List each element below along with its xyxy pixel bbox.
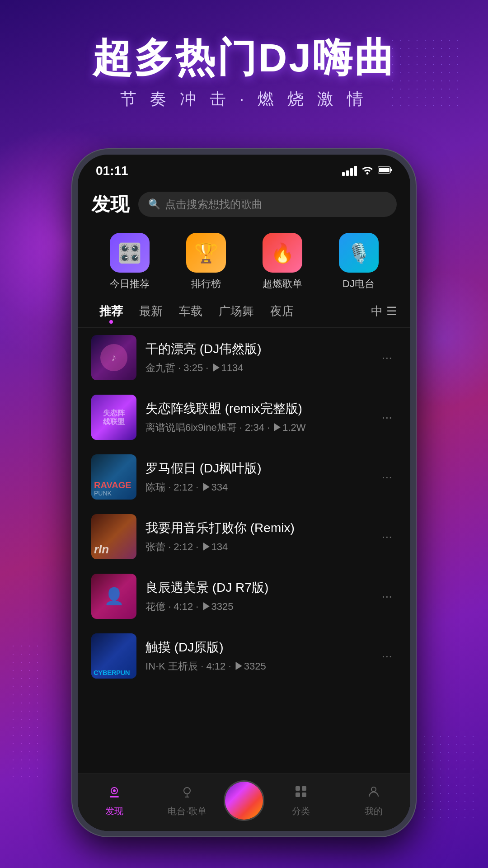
song-info-1: 干的漂亮 (DJ伟然版) 金九哲 · 3:25 · ▶1134: [145, 340, 368, 375]
nav-discover[interactable]: 发现: [78, 784, 151, 817]
category-radio-icon: 🎙️: [339, 233, 379, 273]
song-title-2: 失恋阵线联盟 (remix完整版): [145, 400, 368, 417]
song-info-2: 失恋阵线联盟 (remix完整版) 离谱说唱6ix9ine旭哥 · 2:34 ·…: [145, 400, 368, 434]
song-meta-4: 张蕾 · 2:12 · ▶134: [145, 540, 368, 554]
bg-dots-bl: [9, 642, 45, 778]
svg-rect-11: [296, 793, 300, 797]
song-item-2[interactable]: 失恋阵线联盟 失恋阵线联盟 (remix完整版) 离谱说唱6ix9ine旭哥 ·…: [78, 387, 410, 447]
nav-category-icon: [294, 784, 308, 802]
song-more-5[interactable]: ···: [377, 585, 397, 608]
category-today-label: 今日推荐: [110, 277, 150, 291]
search-bar[interactable]: 🔍 点击搜索想找的歌曲: [138, 192, 397, 217]
song-thumbnail-3: RAVAGE PUNK: [91, 454, 136, 500]
category-rank-icon: 🏆: [186, 233, 226, 273]
song-title-1: 干的漂亮 (DJ伟然版): [145, 340, 368, 358]
nav-category-label: 分类: [292, 805, 310, 817]
status-time: 01:11: [96, 164, 128, 178]
song-thumbnail-6: CYBERPUN: [91, 633, 136, 679]
nav-center-avatar: [225, 782, 263, 820]
filter-more-text: 中: [371, 303, 383, 319]
search-placeholder-text: 点击搜索想找的歌曲: [165, 197, 263, 212]
svg-rect-2: [379, 168, 389, 172]
filter-square[interactable]: 广场舞: [211, 300, 262, 323]
phone-frame: 01:11: [72, 149, 416, 836]
header-title: 超多热门DJ嗨曲: [0, 36, 488, 80]
song-info-6: 触摸 (DJ原版) IN-K 王析辰 · 4:12 · ▶3325: [145, 639, 368, 673]
nav-profile-icon: [366, 784, 381, 802]
bg-dots-br: [420, 732, 474, 823]
song-info-4: 我要用音乐打败你 (Remix) 张蕾 · 2:12 · ▶134: [145, 519, 368, 554]
category-hot-icon: 🔥: [263, 233, 302, 273]
category-today[interactable]: 🎛️ 今日推荐: [110, 233, 150, 291]
header-section: 超多热门DJ嗨曲 节 奏 冲 击 · 燃 烧 激 情: [0, 36, 488, 110]
status-icons: [342, 165, 392, 177]
phone-mockup: 01:11: [72, 149, 416, 836]
filter-row: 推荐 最新 车载 广场舞 夜店 中 ☰: [78, 295, 410, 328]
song-thumbnail-4: rIn: [91, 514, 136, 559]
song-title-3: 罗马假日 (DJ枫叶版): [145, 460, 368, 477]
svg-rect-10: [302, 786, 306, 791]
song-info-3: 罗马假日 (DJ枫叶版) 陈瑞 · 2:12 · ▶334: [145, 460, 368, 494]
category-hot-label: 超燃歌单: [263, 277, 302, 291]
song-more-2[interactable]: ···: [377, 406, 397, 429]
app-content: 发现 🔍 点击搜索想找的歌曲 🎛️ 今日推荐 🏆 排行榜 🔥: [78, 183, 410, 831]
song-item-3[interactable]: RAVAGE PUNK 罗马假日 (DJ枫叶版) 陈瑞 · 2:12 · ▶33…: [78, 447, 410, 507]
svg-point-4: [113, 789, 116, 792]
song-thumbnail-2: 失恋阵线联盟: [91, 395, 136, 440]
top-bar: 发现 🔍 点击搜索想找的歌曲: [78, 183, 410, 224]
category-rank-label: 排行榜: [191, 277, 221, 291]
category-today-icon: 🎛️: [110, 233, 150, 273]
song-info-5: 良辰遇美景 (DJ R7版) 花億 · 4:12 · ▶3325: [145, 579, 368, 613]
signal-icon: [342, 166, 357, 176]
category-row: 🎛️ 今日推荐 🏆 排行榜 🔥 超燃歌单 🎙️ DJ电台: [78, 224, 410, 295]
song-item-5[interactable]: 👤 良辰遇美景 (DJ R7版) 花億 · 4:12 · ▶3325: [78, 566, 410, 626]
song-item-6[interactable]: CYBERPUN 触摸 (DJ原版) IN-K 王析辰 · 4:12 · ▶33…: [78, 626, 410, 686]
category-rank[interactable]: 🏆 排行榜: [186, 233, 226, 291]
svg-point-13: [371, 787, 376, 792]
song-more-4[interactable]: ···: [377, 525, 397, 548]
bottom-nav: 发现 电台·歌单: [78, 774, 410, 831]
nav-radio-label: 电台·歌单: [168, 805, 206, 817]
filter-car[interactable]: 车载: [171, 300, 211, 323]
filter-nightclub[interactable]: 夜店: [262, 300, 302, 323]
nav-center-button[interactable]: [224, 780, 264, 821]
filter-menu-icon: ☰: [386, 304, 397, 318]
nav-discover-label: 发现: [105, 805, 123, 817]
category-hot[interactable]: 🔥 超燃歌单: [263, 233, 302, 291]
song-more-3[interactable]: ···: [377, 465, 397, 489]
search-icon: 🔍: [148, 198, 160, 210]
song-item-1[interactable]: ♪ 干的漂亮 (DJ伟然版) 金九哲 · 3:25 · ▶1134: [78, 328, 410, 387]
category-radio-label: DJ电台: [343, 277, 375, 291]
category-radio[interactable]: 🎙️ DJ电台: [339, 233, 379, 291]
song-thumbnail-5: 👤: [91, 574, 136, 619]
svg-point-6: [184, 788, 190, 794]
svg-rect-9: [296, 786, 300, 791]
song-list: ♪ 干的漂亮 (DJ伟然版) 金九哲 · 3:25 · ▶1134: [78, 328, 410, 774]
song-item-4[interactable]: rIn 我要用音乐打败你 (Remix) 张蕾 · 2:12 · ▶134: [78, 507, 410, 566]
song-meta-2: 离谱说唱6ix9ine旭哥 · 2:34 · ▶1.2W: [145, 421, 368, 434]
song-more-6[interactable]: ···: [377, 644, 397, 668]
wifi-icon: [361, 165, 373, 177]
nav-discover-icon: [107, 784, 122, 802]
svg-rect-1: [390, 169, 392, 171]
filter-more[interactable]: 中 ☰: [371, 303, 397, 319]
page-title: 发现: [91, 192, 129, 217]
svg-rect-5: [110, 796, 119, 797]
song-title-5: 良辰遇美景 (DJ R7版): [145, 579, 368, 596]
filter-new[interactable]: 最新: [131, 300, 171, 323]
song-more-1[interactable]: ···: [377, 346, 397, 369]
nav-profile-label: 我的: [365, 805, 383, 817]
header-subtitle: 节 奏 冲 击 · 燃 烧 激 情: [0, 88, 488, 110]
filter-recommend[interactable]: 推荐: [91, 300, 131, 323]
song-title-4: 我要用音乐打败你 (Remix): [145, 519, 368, 537]
song-meta-6: IN-K 王析辰 · 4:12 · ▶3325: [145, 660, 368, 673]
status-bar: 01:11: [78, 155, 410, 183]
nav-category[interactable]: 分类: [264, 784, 338, 817]
nav-radio[interactable]: 电台·歌单: [151, 784, 224, 817]
nav-center[interactable]: [224, 780, 264, 821]
song-thumbnail-1: ♪: [91, 335, 136, 380]
song-title-6: 触摸 (DJ原版): [145, 639, 368, 656]
svg-rect-12: [302, 793, 306, 797]
nav-radio-icon: [180, 784, 194, 802]
nav-profile[interactable]: 我的: [338, 784, 411, 817]
